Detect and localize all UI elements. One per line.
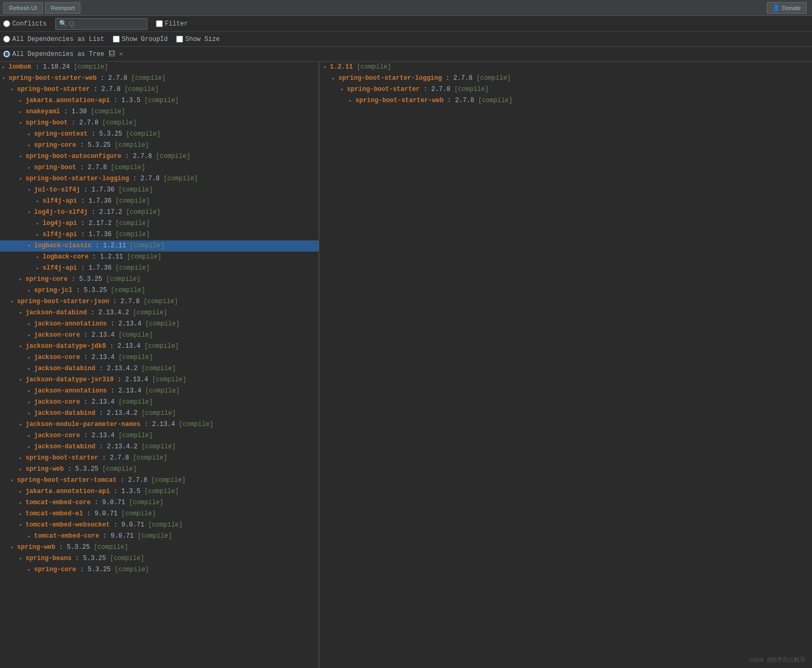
toolbar: Refresh UI Reimport 👤 Donate [0,0,812,16]
conflicts-radio[interactable] [3,20,10,27]
item-text: spring-context : 5.3.25 [compile] [34,130,161,138]
item-text: spring-jcl : 5.3.25 [compile] [34,287,145,294]
tree-item[interactable]: ▾spring-boot-starter-json : 2.7.8 [compi… [0,296,319,307]
tree-item[interactable]: ▸spring-core : 5.3.25 [compile] [0,140,319,151]
tree-item[interactable]: ▸log4j-api : 2.17.2 [compile] [0,218,319,229]
chevron-icon: ▸ [349,96,355,106]
tree-item[interactable]: ▸jakarta.annotation-api : 1.3.5 [compile… [0,95,319,106]
tree-item[interactable]: ▸spring-context : 5.3.25 [compile] [0,129,319,140]
chevron-icon: ▾ [28,186,34,195]
all-deps-tree-radio[interactable] [3,51,10,57]
tree-item[interactable]: ▸jackson-core : 2.13.4 [compile] [0,330,319,341]
reimport-button[interactable]: Reimport [45,2,81,14]
tree-item[interactable]: ▸slf4j-api : 1.7.36 [compile] [0,229,319,240]
item-text: spring-core : 5.3.25 [compile] [34,566,149,573]
tree-item[interactable]: ▾1.2.11 [compile] [321,62,812,73]
tree-item[interactable]: ▸snakeyaml : 1.30 [compile] [0,106,319,118]
tree-item[interactable]: ▸slf4j-api : 1.7.36 [compile] [0,263,319,274]
tree-item[interactable]: ▸tomcat-embed-el : 9.0.71 [compile] [0,508,319,520]
tree-item[interactable]: ▾log4j-to-slf4j : 2.17.2 [compile] [0,207,319,218]
item-text: jackson-datatype-jsr310 : 2.13.4 [compil… [26,376,186,383]
tree-item[interactable]: ▾logback-classic : 1.2.11 [compile] [0,240,319,252]
chevron-icon: ▸ [28,409,34,419]
tree-item[interactable]: ▸jackson-core : 2.13.4 [compile] [0,352,319,363]
tree-item[interactable]: ▸jakarta.annotation-api : 1.3.5 [compile… [0,486,319,497]
tree-item[interactable]: ▸jackson-annotations : 2.13.4 [compile] [0,386,319,397]
collapse-icon[interactable]: ✕ [119,50,123,58]
chevron-icon: ▾ [19,554,26,564]
item-text: spring-boot-starter : 2.7.8 [compile] [347,86,488,93]
chevron-icon: ▸ [28,442,34,452]
tree-item[interactable]: ▸spring-core : 5.3.25 [compile] [0,274,319,285]
expand-icon[interactable]: ⛾ [109,50,115,58]
item-text: jackson-databind : 2.13.4.2 [compile] [26,309,167,316]
tree-item[interactable]: ▸jackson-core : 2.13.4 [compile] [0,430,319,441]
chevron-icon: ▾ [19,119,26,128]
show-group-id-checkbox[interactable] [113,36,120,43]
tree-item[interactable]: ▾spring-boot-starter-logging : 2.7.8 [co… [0,173,319,185]
all-deps-tree-label[interactable]: All Dependencies as Tree [3,51,104,58]
chevron-icon: ▸ [28,387,34,396]
search-input[interactable] [69,20,144,28]
item-text: jackson-core : 2.13.4 [compile] [34,354,153,361]
tree-item[interactable]: ▾tomcat-embed-websocket : 9.0.71 [compil… [0,520,319,531]
tree-item[interactable]: ▾spring-boot-starter-tomcat : 2.7.8 [com… [0,475,319,486]
tree-item[interactable]: ▸lombok : 1.18.24 [compile] [0,62,319,73]
chevron-icon: ▸ [36,197,43,206]
all-deps-list-label[interactable]: All Dependencies as List [3,36,104,43]
tree-item[interactable]: ▸tomcat-embed-core : 9.0.71 [compile] [0,497,319,508]
tree-item[interactable]: ▾spring-boot-starter : 2.7.8 [compile] [0,84,319,95]
item-text: spring-beans : 5.3.25 [compile] [26,555,144,562]
show-size-label[interactable]: Show Size [176,36,220,43]
tree-item[interactable]: ▸jackson-databind : 2.13.4.2 [compile] [0,363,319,374]
tree-item[interactable]: ▾jul-to-slf4j : 1.7.36 [compile] [0,185,319,196]
all-deps-list-radio[interactable] [3,36,10,43]
item-text: lombok : 1.18.24 [compile] [9,63,108,71]
tree-item[interactable]: ▸spring-boot-starter : 2.7.8 [compile] [0,453,319,464]
item-text: jackson-core : 2.13.4 [compile] [34,331,153,339]
show-group-id-label[interactable]: Show GroupId [113,36,168,43]
tree-item[interactable]: ▾spring-beans : 5.3.25 [compile] [0,553,319,564]
tree-item[interactable]: ▸jackson-core : 2.13.4 [compile] [0,397,319,408]
tree-item[interactable]: ▾spring-web : 5.3.25 [compile] [0,542,319,553]
chevron-icon: ▸ [28,565,34,575]
tree-item[interactable]: ▸slf4j-api : 1.7.36 [compile] [0,196,319,207]
donate-button[interactable]: 👤 Donate [767,2,807,14]
tree-item[interactable]: ▾jackson-databind : 2.13.4.2 [compile] [0,307,319,319]
tree-item[interactable]: ▾jackson-datatype-jdk8 : 2.13.4 [compile… [0,341,319,352]
conflicts-radio-label[interactable]: Conflicts [3,20,47,28]
chevron-icon: ▸ [19,487,26,497]
item-text: log4j-api : 2.17.2 [compile] [43,220,150,227]
filter-checkbox-label[interactable]: Filter [156,20,188,28]
item-text: jackson-databind : 2.13.4.2 [compile] [34,410,176,417]
chevron-icon: ▸ [332,74,338,84]
tree-item[interactable]: ▸spring-web : 5.3.25 [compile] [0,464,319,475]
filter-checkbox[interactable] [156,20,163,27]
show-size-checkbox[interactable] [176,36,183,43]
controls-row-1: Conflicts 🔍 Filter [0,16,812,32]
tree-item[interactable]: ▾spring-boot-autoconfigure : 2.7.8 [comp… [0,151,319,162]
tree-item[interactable]: ▸spring-boot : 2.7.8 [compile] [0,162,319,173]
refresh-ui-button[interactable]: Refresh UI [3,2,43,14]
item-text: spring-boot-starter-tomcat : 2.7.8 [comp… [17,477,186,484]
tree-item[interactable]: ▸spring-boot-starter-web : 2.7.8 [compil… [321,95,812,106]
tree-item[interactable]: ▸jackson-databind : 2.13.4.2 [compile] [0,408,319,419]
tree-item[interactable]: ▸spring-boot-starter-logging : 2.7.8 [co… [321,73,812,84]
tree-item[interactable]: ▸spring-jcl : 5.3.25 [compile] [0,285,319,296]
tree-item[interactable]: ▸logback-core : 1.2.11 [compile] [0,252,319,263]
tree-item[interactable]: ▾jackson-datatype-jsr310 : 2.13.4 [compi… [0,374,319,386]
chevron-icon: ▸ [19,510,26,519]
chevron-icon: ▸ [2,63,9,72]
chevron-icon: ▸ [28,331,34,340]
tree-item[interactable]: ▾spring-boot : 2.7.8 [compile] [0,118,319,129]
chevron-icon: ▸ [36,264,43,273]
tree-item[interactable]: ▸spring-core : 5.3.25 [compile] [0,564,319,575]
tree-item[interactable]: ▾spring-boot-starter-web : 2.7.8 [compil… [0,73,319,84]
tree-item[interactable]: ▸jackson-databind : 2.13.4.2 [compile] [0,441,319,453]
tree-item[interactable]: ▾spring-boot-starter : 2.7.8 [compile] [321,84,812,95]
tree-item[interactable]: ▸tomcat-embed-core : 9.0.71 [compile] [0,531,319,542]
chevron-icon: ▾ [28,208,34,218]
tree-item[interactable]: ▸jackson-annotations : 2.13.4 [compile] [0,319,319,330]
tree-item[interactable]: ▾jackson-module-parameter-names : 2.13.4… [0,419,319,430]
person-icon: 👤 [773,4,780,11]
